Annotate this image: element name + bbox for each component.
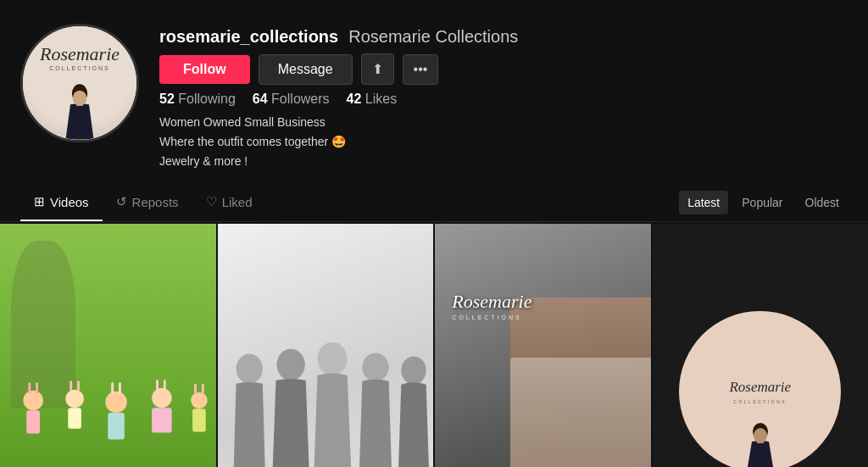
- sort-oldest-button[interactable]: Oldest: [797, 191, 848, 214]
- followers-stat: 64 Followers: [253, 92, 330, 107]
- tab-reposts[interactable]: ↺ Reposts: [103, 184, 192, 221]
- svg-point-16: [152, 388, 171, 408]
- thumb3-logo-container: Rosemarie COLLECTIONS: [452, 291, 531, 320]
- svg-rect-7: [26, 410, 40, 433]
- tab-videos-label: Videos: [50, 195, 89, 209]
- likes-count: 42: [347, 92, 362, 106]
- video-grid: Shop!: [0, 222, 868, 467]
- avatar: Rosemarie COLLECTIONS: [20, 24, 139, 142]
- display-name: Rosemarie Collections: [348, 27, 518, 47]
- thumb3-brand-sub: COLLECTIONS: [452, 314, 531, 320]
- avatar-brand-sub: COLLECTIONS: [40, 65, 120, 71]
- video-thumb-1[interactable]: Shop!: [0, 224, 216, 467]
- following-stat: 52 Following: [159, 92, 236, 107]
- tab-reposts-label: Reposts: [132, 195, 179, 209]
- following-count: 52: [159, 92, 175, 106]
- video-thumb-2[interactable]: [218, 224, 434, 467]
- svg-rect-15: [108, 413, 125, 439]
- username: rosemarie_collections: [159, 27, 338, 47]
- sort-latest-button[interactable]: Latest: [679, 191, 728, 214]
- sort-popular-button[interactable]: Popular: [733, 191, 791, 214]
- stats-row: 52 Following 64 Followers 42 Likes: [159, 92, 848, 107]
- svg-rect-18: [164, 380, 166, 391]
- tab-sort: Latest Popular Oldest: [679, 191, 848, 214]
- bio-section: Women Owned Small Business Where the out…: [159, 114, 848, 170]
- followers-count: 64: [253, 92, 268, 106]
- follow-button[interactable]: Follow: [159, 55, 250, 84]
- tab-liked-label: Liked: [222, 195, 253, 209]
- bio-line2: Where the outfit comes together 🤩: [159, 133, 848, 151]
- more-button[interactable]: •••: [403, 54, 439, 85]
- profile-header: Rosemarie COLLECTIONS: [0, 0, 868, 184]
- reposts-icon: ↺: [116, 194, 127, 209]
- svg-point-27: [362, 353, 388, 381]
- video-thumb-3[interactable]: Rosemarie COLLECTIONS: [435, 224, 651, 467]
- svg-point-12: [105, 392, 126, 413]
- page-container: Rosemarie COLLECTIONS: [0, 0, 868, 467]
- svg-rect-21: [194, 384, 197, 394]
- svg-rect-6: [36, 382, 38, 394]
- svg-point-28: [401, 356, 426, 384]
- kids-silhouettes: [0, 291, 216, 459]
- thumb3-brand-script: Rosemarie: [452, 291, 531, 313]
- svg-rect-19: [152, 408, 171, 432]
- avatar-figure-icon: [57, 81, 103, 140]
- svg-point-26: [317, 342, 347, 375]
- tab-liked[interactable]: ♡ Liked: [192, 184, 266, 221]
- svg-point-25: [276, 348, 304, 380]
- message-button[interactable]: Message: [259, 54, 353, 85]
- thumb4-brand-sub: COLLECTIONS: [733, 399, 787, 404]
- svg-rect-11: [68, 408, 81, 428]
- svg-point-8: [65, 390, 84, 409]
- svg-point-32: [754, 428, 767, 443]
- bio-line3: Jewelry & more !: [159, 153, 848, 170]
- tab-videos[interactable]: ⊞ Videos: [20, 184, 103, 221]
- women-silhouettes: [218, 258, 434, 467]
- share-icon: ⬆: [372, 61, 383, 77]
- thumb4-brand-script: Rosemarie: [729, 379, 791, 396]
- svg-rect-13: [111, 382, 114, 395]
- avatar-brand-script: Rosemarie: [40, 43, 120, 64]
- svg-rect-23: [192, 409, 206, 431]
- svg-rect-10: [77, 381, 80, 392]
- svg-rect-5: [28, 382, 31, 394]
- liked-icon: ♡: [206, 194, 217, 209]
- svg-rect-22: [202, 384, 204, 394]
- more-icon: •••: [414, 62, 428, 77]
- svg-rect-14: [119, 382, 121, 395]
- videos-icon: ⊞: [34, 194, 45, 209]
- thumb4-logo-circle: Rosemarie COLLECTIONS: [679, 311, 841, 468]
- action-row: Follow Message ⬆ •••: [159, 53, 848, 85]
- svg-point-4: [23, 391, 42, 410]
- svg-point-20: [191, 392, 208, 409]
- likes-stat: 42 Likes: [347, 92, 398, 107]
- svg-rect-17: [156, 380, 159, 391]
- tabs-bar: ⊞ Videos ↺ Reposts ♡ Liked Latest Popula…: [0, 184, 868, 222]
- following-label-text: Following: [178, 92, 236, 106]
- svg-point-3: [73, 91, 87, 106]
- bio-line1: Women Owned Small Business: [159, 114, 848, 131]
- svg-point-24: [236, 353, 262, 383]
- svg-rect-9: [70, 381, 72, 392]
- fur-coat: [510, 358, 650, 467]
- video-thumb-4[interactable]: Rosemarie COLLECTIONS: [653, 224, 869, 467]
- thumb4-figure-icon: [738, 420, 782, 467]
- profile-name-row: rosemarie_collections Rosemarie Collecti…: [159, 27, 848, 47]
- share-button[interactable]: ⬆: [361, 53, 394, 85]
- profile-info: rosemarie_collections Rosemarie Collecti…: [159, 24, 848, 170]
